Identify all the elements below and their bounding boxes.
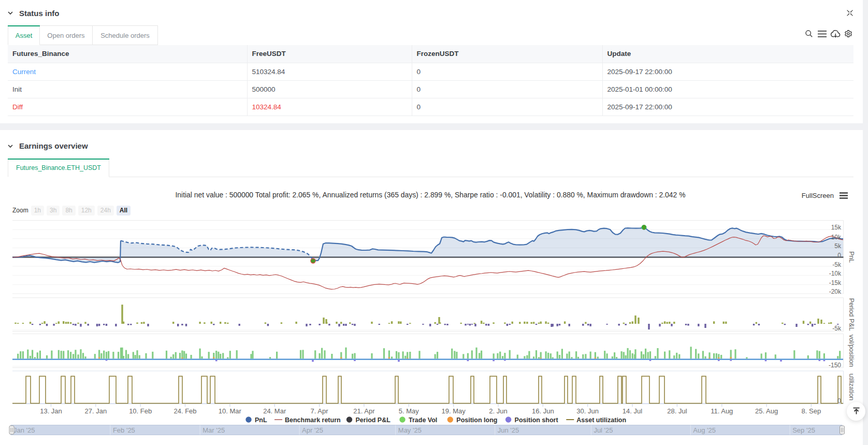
svg-text:Asset utilization: Asset utilization: [576, 417, 626, 424]
svg-text:Jun '25: Jun '25: [498, 426, 519, 434]
svg-text:0: 0: [837, 397, 841, 405]
svg-text:24. Mar: 24. Mar: [263, 407, 286, 415]
svg-text:PnL: PnL: [848, 251, 855, 263]
svg-text:Mar '25: Mar '25: [202, 426, 225, 434]
svg-text:Feb '25: Feb '25: [113, 426, 135, 434]
svg-text:FullScreen: FullScreen: [802, 192, 834, 199]
svg-text:15k: 15k: [831, 224, 842, 231]
svg-text:-20k: -20k: [829, 288, 842, 295]
svg-text:5k: 5k: [834, 242, 842, 250]
svg-text:Period P&L: Period P&L: [356, 417, 391, 424]
svg-text:11. Aug: 11. Aug: [711, 407, 733, 415]
svg-text:Apr '25: Apr '25: [302, 426, 323, 434]
svg-text:7. Apr: 7. Apr: [311, 407, 329, 415]
svg-text:10. Mar: 10. Mar: [219, 407, 242, 415]
svg-text:-10k: -10k: [829, 270, 842, 277]
svg-text:Period P&L: Period P&L: [848, 298, 855, 331]
svg-text:25. Aug: 25. Aug: [755, 407, 778, 415]
svg-text:16. Jun: 16. Jun: [532, 407, 554, 415]
svg-text:0: 0: [837, 252, 841, 259]
svg-text:Aug '25: Aug '25: [693, 426, 716, 434]
svg-text:Benchmark return: Benchmark return: [285, 417, 341, 424]
svg-text:-5k: -5k: [832, 325, 842, 332]
svg-text:30. Jun: 30. Jun: [576, 407, 599, 415]
svg-text:14. Jul: 14. Jul: [623, 407, 642, 415]
svg-text:-5k: -5k: [832, 261, 842, 268]
svg-text:utilization: utilization: [848, 374, 855, 400]
svg-text:May '25: May '25: [398, 426, 422, 434]
svg-text:10. Feb: 10. Feb: [129, 407, 152, 415]
svg-text:-15k: -15k: [829, 279, 842, 286]
svg-text:Initial net value : 500000 Tot: Initial net value : 500000 Total profit:…: [176, 191, 686, 199]
svg-text:Trade Vol: Trade Vol: [409, 417, 437, 424]
svg-text:21. Apr: 21. Apr: [353, 407, 375, 415]
svg-text:vol/position: vol/position: [848, 335, 855, 367]
svg-text:8. Sep: 8. Sep: [802, 407, 821, 415]
svg-text:13. Jan: 13. Jan: [40, 407, 62, 415]
svg-text:-150: -150: [829, 362, 841, 369]
svg-text:PnL: PnL: [255, 417, 267, 424]
svg-text:Sep '25: Sep '25: [792, 426, 815, 434]
svg-text:2. Jun: 2. Jun: [489, 407, 507, 415]
svg-text:28. Jul: 28. Jul: [667, 407, 687, 415]
svg-text:24. Feb: 24. Feb: [173, 407, 196, 415]
svg-text:5. May: 5. May: [399, 407, 419, 415]
svg-text:19. May: 19. May: [441, 407, 466, 415]
svg-text:10k: 10k: [831, 234, 842, 241]
svg-text:Position short: Position short: [515, 417, 559, 424]
svg-text:Position long: Position long: [456, 417, 497, 424]
svg-text:27. Jan: 27. Jan: [84, 407, 107, 415]
svg-text:Jan '25: Jan '25: [13, 426, 35, 434]
svg-text:Jul '25: Jul '25: [594, 426, 613, 434]
